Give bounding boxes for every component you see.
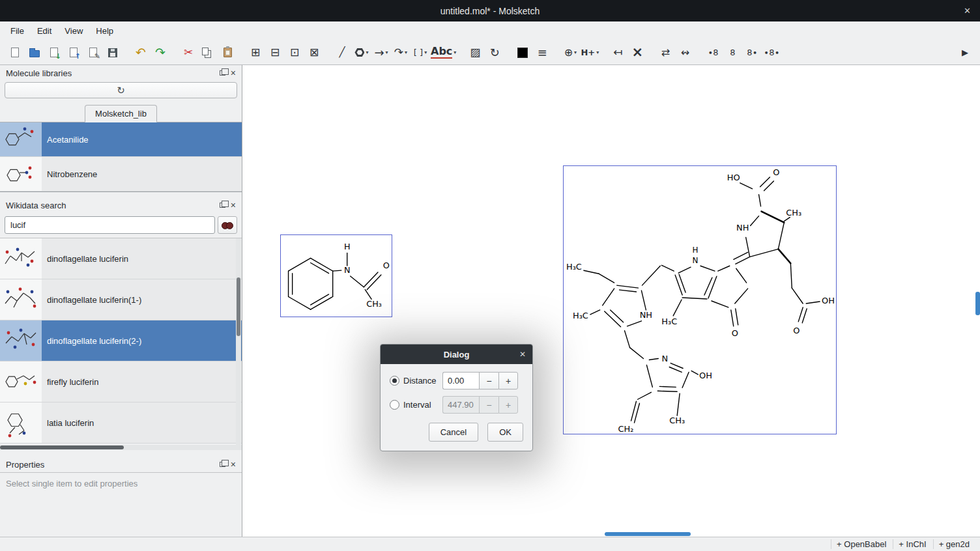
cancel-button[interactable]: Cancel xyxy=(429,423,478,442)
rotate-tool-button[interactable]: ↻ xyxy=(485,43,504,63)
menu-item-help[interactable]: Help xyxy=(89,23,120,38)
svg-text:N: N xyxy=(693,256,699,265)
wikidata-search-input[interactable] xyxy=(5,216,215,234)
redo-button[interactable]: ↷ xyxy=(151,43,169,63)
distance-label: Distance xyxy=(403,376,437,386)
hydrogen-plus-icon: H+ xyxy=(581,48,595,57)
curved-arrow-tool-button[interactable]: ↷▾ xyxy=(392,43,410,63)
svg-text:H: H xyxy=(344,242,351,251)
electron-flow-tool-button[interactable]: ↭ xyxy=(676,43,694,63)
zoom-in-button[interactable]: ⊞ xyxy=(246,43,265,63)
svg-text:NH: NH xyxy=(736,223,749,233)
chevron-down-icon: ▾ xyxy=(574,49,577,55)
text-tool-button[interactable]: Abc▾ xyxy=(431,43,456,63)
float-panel-icon[interactable] xyxy=(220,70,225,76)
acetanilide-molecule[interactable]: HNOCH₃ xyxy=(280,234,392,317)
interval-radio[interactable] xyxy=(390,400,399,410)
wikidata-panel-title: Wikidata search xyxy=(6,201,214,210)
result-item[interactable]: dinoflagellate luciferin(1-) xyxy=(0,279,242,320)
line-width-button[interactable]: ≡ xyxy=(533,43,551,63)
menu-item-edit[interactable]: Edit xyxy=(31,23,58,38)
library-item-acetanilide[interactable]: Acetanilide xyxy=(0,122,242,157)
electron-dot-tool-button[interactable]: 8∙ xyxy=(743,43,761,63)
result-item[interactable]: dinoflagellate luciferin xyxy=(0,238,242,279)
left-dock: Molecule libraries × ↻ Molsketch_lib Ace… xyxy=(0,65,242,537)
hatch-pattern-icon: ▨ xyxy=(470,47,480,58)
distance-radio[interactable] xyxy=(390,376,399,386)
wikidata-search-button[interactable] xyxy=(218,216,237,234)
color-swatch-icon xyxy=(517,48,528,58)
list-horizontal-scrollbar[interactable] xyxy=(0,445,242,450)
canvas-horizontal-scrollbar[interactable] xyxy=(605,532,691,536)
ok-button[interactable]: OK xyxy=(487,423,523,442)
hatch-tool-button[interactable]: ▨ xyxy=(466,43,484,63)
export-button[interactable] xyxy=(104,43,122,63)
window-title: untitled.mol* - Molsketch xyxy=(440,6,540,16)
canvas-vertical-scrollbar[interactable] xyxy=(975,292,980,315)
draw-bond-tool-button[interactable]: ╱ xyxy=(333,43,351,63)
result-item[interactable]: firefly luciferin xyxy=(0,361,242,403)
chevron-down-icon: ▾ xyxy=(424,49,427,55)
paste-clipboard-icon xyxy=(223,48,232,57)
scrollbar-handle[interactable] xyxy=(0,445,124,449)
delete-tool-button[interactable]: × xyxy=(628,43,646,63)
svg-text:CH₃: CH₃ xyxy=(669,416,685,425)
drawing-canvas[interactable]: HNOCH₃ HOOCH₃NHHNH₃CH₃CNHH₃COOHONOHCH₃CH… xyxy=(242,65,980,537)
save-as-button[interactable]: ↑ xyxy=(65,43,83,63)
hydrogen-tool-button[interactable]: H+▾ xyxy=(581,43,599,63)
dialog-close-button[interactable]: ✕ xyxy=(519,350,526,359)
result-item[interactable]: latia luciferin xyxy=(0,403,242,444)
new-document-button[interactable] xyxy=(6,43,24,63)
distance-spinbox: − + xyxy=(442,372,523,389)
result-item[interactable]: dinoflagellate luciferin(2-) xyxy=(0,320,242,361)
float-panel-icon[interactable] xyxy=(220,203,225,208)
library-item-label: Acetanilide xyxy=(42,135,89,145)
library-item-nitrobenzene[interactable]: Nitrobenzene xyxy=(0,157,242,191)
save-button[interactable]: ↓ xyxy=(45,43,63,63)
svg-text:N: N xyxy=(661,354,668,363)
close-panel-icon[interactable]: × xyxy=(231,460,236,469)
luciferin-molecule[interactable]: HOOCH₃NHHNH₃CH₃CNHH₃COOHONOHCH₃CH₂ xyxy=(563,165,837,434)
charge-tool-button[interactable]: ⊕▾ xyxy=(561,43,579,63)
zoom-fit-button[interactable]: ⊠ xyxy=(305,43,323,63)
menu-item-file[interactable]: File xyxy=(4,23,31,38)
distance-input[interactable] xyxy=(442,372,479,389)
mechanism-arrow-tool-button[interactable]: ⇄ xyxy=(656,43,674,63)
distance-increment-button[interactable]: + xyxy=(498,372,518,389)
refresh-library-button[interactable]: ↻ xyxy=(5,82,237,98)
zoom-out-button[interactable]: ⊟ xyxy=(266,43,284,63)
dialog-titlebar[interactable]: Dialog ✕ xyxy=(381,345,532,364)
copy-button[interactable] xyxy=(199,43,217,63)
left-bar-arrow-icon: ↤ xyxy=(613,47,622,58)
cut-button[interactable]: ✂ xyxy=(179,43,197,63)
undo-button[interactable]: ↶ xyxy=(132,43,150,63)
lone-pair-tool-button[interactable]: ∙8 xyxy=(704,43,722,63)
edit-pencil-icon: ✎ xyxy=(89,48,97,57)
svg-text:H₃C: H₃C xyxy=(573,311,588,320)
bracket-tool-button[interactable]: [ ]▾ xyxy=(411,43,429,63)
close-panel-icon[interactable]: × xyxy=(231,68,236,78)
open-file-button[interactable] xyxy=(25,43,44,63)
paste-button[interactable] xyxy=(218,43,237,63)
window-titlebar[interactable]: untitled.mol* - Molsketch ✕ xyxy=(0,0,980,21)
close-panel-icon[interactable]: × xyxy=(231,201,236,210)
window-close-button[interactable]: ✕ xyxy=(964,0,971,21)
molecule-thumbnail xyxy=(0,122,42,156)
scrollbar-handle[interactable] xyxy=(237,277,240,336)
reaction-arrow-tool-button[interactable]: →▾ xyxy=(372,43,390,63)
color-picker-button[interactable] xyxy=(513,43,532,63)
distance-decrement-button[interactable]: − xyxy=(479,372,498,389)
bond-align-tool-button[interactable]: ↤ xyxy=(609,43,627,63)
svg-text:N: N xyxy=(344,265,351,275)
menu-item-view[interactable]: View xyxy=(58,23,89,38)
list-vertical-scrollbar[interactable] xyxy=(236,238,241,445)
diradical-tool-button[interactable]: ∙8∙ xyxy=(762,43,781,63)
float-panel-icon[interactable] xyxy=(220,462,225,467)
radical-tool-button[interactable]: 8 xyxy=(723,43,742,63)
edit-document-button[interactable]: ✎ xyxy=(84,43,102,63)
tab-molsketch-lib[interactable]: Molsketch_lib xyxy=(85,105,157,122)
zoom-reset-button[interactable]: ⊡ xyxy=(285,43,304,63)
libraries-panel-title: Molecule libraries xyxy=(6,68,214,78)
toolbar-overflow-button[interactable]: ▶ xyxy=(956,43,974,63)
ring-tool-button[interactable]: ▾ xyxy=(353,43,371,63)
